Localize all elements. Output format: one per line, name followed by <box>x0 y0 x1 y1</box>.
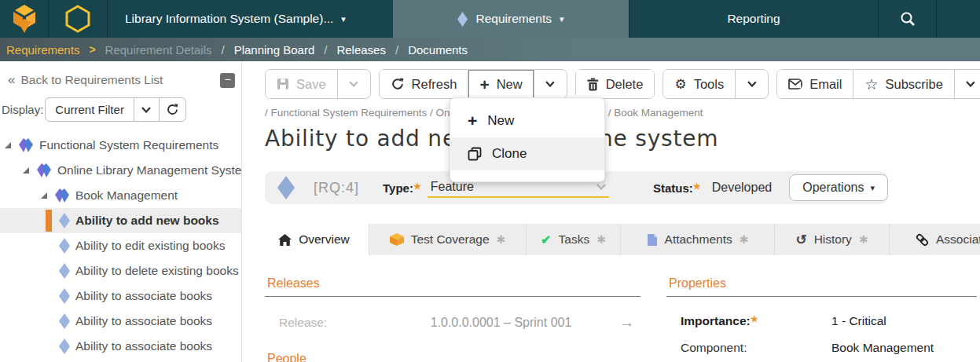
delete-button-label: Delete <box>606 77 644 92</box>
tree-item-label: Ability to delete existing books <box>75 264 239 278</box>
requirement-diamond-icon <box>277 176 295 199</box>
nav-tab-requirements[interactable]: Requirements ▾ <box>393 0 629 38</box>
tree-item-ability-add-new-books[interactable]: Ability to add new books <box>0 208 241 233</box>
caret-down-icon: ▾ <box>341 14 346 24</box>
operations-button[interactable]: Operations ▾ <box>789 174 888 201</box>
subscribe-button[interactable]: ☆ Subscribe <box>853 70 953 98</box>
email-button[interactable]: Email <box>777 70 853 98</box>
chevron-right-icon: > <box>89 43 95 56</box>
save-button-group: Save <box>265 69 371 99</box>
filter-dropdown-value[interactable]: Current Filter <box>46 98 134 121</box>
type-label-text: Type: <box>383 181 413 195</box>
save-button[interactable]: Save <box>266 70 337 98</box>
left-column: Releases Release: 1.0.0.0.0001 – Sprint … <box>265 255 640 362</box>
nav-tab-label: Requirements <box>475 12 552 26</box>
refresh-icon <box>391 77 405 91</box>
delete-group: Delete <box>575 69 655 99</box>
tree-item-ability-delete-books[interactable]: Ability to delete existing books <box>0 258 241 283</box>
tab-attachments[interactable]: Attachments ✱ <box>621 224 775 255</box>
collapse-sidebar-button[interactable]: − <box>220 73 235 88</box>
star-outline-icon: ☆ <box>864 75 878 93</box>
operations-button-label: Operations <box>802 181 864 195</box>
expand-arrow-icon[interactable] <box>23 167 29 174</box>
history-icon: ↺ <box>795 232 806 248</box>
tools-button[interactable]: ⚙ Tools <box>663 70 735 98</box>
tree-item-label: Ability to associate books <box>75 339 212 353</box>
requirement-diamond-icon <box>59 263 70 279</box>
refresh-tree-button[interactable] <box>159 98 185 121</box>
tree-item-ability-associate-books-3[interactable]: Ability to associate books <box>0 334 241 359</box>
project-selector[interactable]: Library Information System (Sample)... ▾ <box>108 0 393 38</box>
caret-down-icon: ▾ <box>870 183 875 193</box>
gear-icon: ⚙ <box>674 76 686 93</box>
save-menu-caret[interactable] <box>337 70 370 98</box>
new-button[interactable]: + New <box>468 70 533 98</box>
chevron-down-icon[interactable] <box>134 98 159 121</box>
breadcrumb-current-page: Requirement Details <box>105 43 212 57</box>
properties-section-header: Properties <box>666 255 977 297</box>
requirement-id: [RQ:4] <box>314 180 359 196</box>
tree-item-book-management[interactable]: Book Management <box>0 183 241 208</box>
back-to-requirements-link[interactable]: Back to Requirements List <box>20 73 163 87</box>
requirement-diamond-icon <box>59 288 70 304</box>
breadcrumb-releases[interactable]: Releases <box>336 43 386 57</box>
home-icon <box>278 234 292 246</box>
subscribe-menu-caret[interactable] <box>954 70 980 98</box>
refresh-button-label: Refresh <box>412 77 457 92</box>
tab-tasks[interactable]: ✔ Tasks ✱ <box>527 224 621 255</box>
refresh-button[interactable]: Refresh <box>380 70 468 98</box>
new-menu-caret[interactable] <box>534 70 567 98</box>
requirement-summary-icon <box>18 137 34 153</box>
tree-item-label: Functional System Requirements <box>39 138 218 152</box>
breadcrumb-separator: / <box>395 43 398 57</box>
detail-tabs: Overview Test Coverage ✱ ✔ Tasks ✱ Attac… <box>259 224 980 255</box>
floppy-disk-icon <box>277 78 289 90</box>
tree-item-label: Online Library Management System <box>57 163 241 177</box>
workspace-home-button[interactable] <box>49 0 108 38</box>
breadcrumb-planning-board[interactable]: Planning Board <box>234 43 315 57</box>
tab-label: Overview <box>299 232 350 247</box>
importance-label-text: Importance: <box>681 314 751 327</box>
tab-overview[interactable]: Overview <box>259 224 369 255</box>
breadcrumb-documents[interactable]: Documents <box>408 43 468 57</box>
tab-associations[interactable]: Associations <box>890 224 980 255</box>
refresh-new-group: Refresh + New <box>379 69 567 99</box>
arrow-right-icon[interactable]: → <box>619 314 634 331</box>
release-field-row: Release: 1.0.0.0.0001 – Sprint 001 → <box>265 314 640 331</box>
tree-item-ability-edit-books[interactable]: Ability to edit existing books <box>0 233 241 258</box>
save-button-label: Save <box>296 77 326 92</box>
component-field-row: Component: Book Management <box>666 341 977 355</box>
tab-label: History <box>814 232 852 247</box>
app-logo[interactable] <box>0 0 49 38</box>
people-section-header: People <box>265 335 640 362</box>
check-icon: ✔ <box>541 232 551 247</box>
double-chevron-left-icon[interactable]: « <box>8 72 15 88</box>
tree-item-functional-system-requirements[interactable]: Functional System Requirements <box>0 133 241 158</box>
tree-item-online-library-management[interactable]: Online Library Management System <box>0 158 241 183</box>
menu-item-label: New <box>487 113 514 129</box>
global-search-button[interactable] <box>878 0 937 38</box>
file-icon <box>647 233 658 247</box>
tab-test-coverage[interactable]: Test Coverage ✱ <box>369 224 527 255</box>
requirement-breadcrumb[interactable]: / Functional System Requirements / Onlin… <box>265 107 972 119</box>
delete-button[interactable]: Delete <box>576 70 655 98</box>
tab-label: Attachments <box>665 232 732 247</box>
project-name: Library Information System (Sample)... <box>125 12 333 26</box>
menu-item-clone[interactable]: Clone <box>450 137 604 170</box>
email-button-label: Email <box>809 77 842 92</box>
nav-tab-reporting[interactable]: Reporting <box>629 0 878 38</box>
breadcrumb-requirements[interactable]: Requirements <box>6 43 79 57</box>
display-label: Display: <box>2 103 43 116</box>
tree-item-ability-associate-books-1[interactable]: Ability to associate books <box>0 283 241 309</box>
tree-item-ability-associate-books-2[interactable]: Ability to associate books <box>0 309 241 334</box>
expand-arrow-icon[interactable] <box>41 192 47 199</box>
tree-item-label: Ability to add new books <box>75 214 219 228</box>
back-to-list-row: « Back to Requirements List − <box>8 72 235 88</box>
type-label: Type:★ <box>383 181 421 195</box>
overview-content: Releases Release: 1.0.0.0.0001 – Sprint … <box>259 255 980 362</box>
menu-item-new[interactable]: + New <box>450 104 604 137</box>
asterisk-icon: ✱ <box>497 233 506 246</box>
tools-menu-caret[interactable] <box>735 70 768 98</box>
tab-history[interactable]: ↺ History ✱ <box>775 224 890 255</box>
expand-arrow-icon[interactable] <box>5 142 11 148</box>
